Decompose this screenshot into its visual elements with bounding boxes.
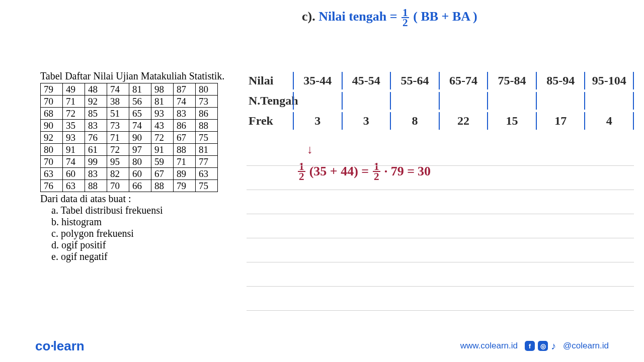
row-label-ntengah: N.Tengah [247, 94, 293, 108]
data-cell: 88 [196, 120, 218, 132]
prompt-item: d. ogif positif [51, 239, 242, 251]
interval-cell: 85-94 [536, 72, 585, 89]
formula-header: c). Nilai tengah = 1 2 ( BB + BA ) [302, 8, 629, 27]
data-cell: 83 [85, 120, 107, 132]
data-cell: 72 [63, 108, 85, 120]
ntengah-cell [390, 92, 439, 110]
data-cell: 88 [151, 180, 174, 192]
interval-cell: 65-74 [439, 72, 488, 89]
data-cell: 70 [41, 96, 63, 108]
data-cell: 97 [129, 144, 151, 156]
data-cell: 43 [151, 120, 174, 132]
data-cell: 49 [63, 83, 85, 96]
data-cell: 35 [63, 120, 85, 132]
data-cell: 92 [85, 96, 107, 108]
colearn-logo: co·learn [35, 338, 85, 354]
data-cell: 61 [85, 144, 107, 156]
data-cell: 82 [107, 168, 129, 180]
data-cell: 67 [174, 132, 196, 144]
social-icons: f ◎ ♪ [525, 340, 556, 352]
data-cell: 90 [129, 132, 151, 144]
freq-cell: 22 [439, 112, 488, 130]
data-cell: 74 [107, 83, 129, 96]
data-cell: 71 [63, 96, 85, 108]
footer-url: www.colearn.id [460, 341, 518, 351]
data-cell: 88 [174, 144, 196, 156]
data-cell: 73 [196, 96, 218, 108]
raw-data-table: 7949487481988780707192385681747368728551… [40, 83, 218, 192]
data-cell: 74 [63, 156, 85, 168]
data-cell: 76 [41, 180, 63, 192]
data-cell: 91 [63, 144, 85, 156]
footer-bar: co·learn www.colearn.id f ◎ ♪ @colearn.i… [0, 337, 644, 355]
freq-cell: 3 [342, 112, 390, 130]
fraction-half: 1 2 [401, 8, 409, 27]
data-cell: 88 [85, 180, 107, 192]
interval-cell: 35-44 [293, 72, 342, 89]
formula-text: Nilai tengah = 1 2 ( BB + BA ) [318, 9, 477, 24]
part-label: c). [302, 9, 315, 24]
ntengah-cell [293, 92, 342, 110]
data-cell: 81 [151, 96, 174, 108]
freq-cell: 8 [390, 112, 439, 130]
data-cell: 80 [196, 83, 218, 96]
data-cell: 72 [151, 132, 174, 144]
data-cell: 38 [107, 96, 129, 108]
data-cell: 83 [85, 168, 107, 180]
freq-cell: 15 [487, 112, 536, 130]
data-cell: 65 [129, 108, 151, 120]
prompt-item: b. histogram [51, 216, 242, 228]
data-cell: 68 [41, 108, 63, 120]
prompt-list: a. Tabel distribusi frekuensib. histogra… [40, 205, 242, 262]
data-cell: 74 [174, 96, 196, 108]
prompt-item: c. polygon frekuensi [51, 228, 242, 239]
data-cell: 63 [196, 168, 218, 180]
data-cell: 75 [196, 180, 218, 192]
ntengah-cell [342, 92, 390, 110]
data-cell: 67 [151, 168, 174, 180]
instagram-icon: ◎ [538, 341, 548, 351]
data-cell: 60 [129, 168, 151, 180]
freq-cells: 3382215174 [293, 112, 634, 130]
data-cell: 63 [63, 180, 85, 192]
ntengah-cells [293, 92, 634, 110]
row-label-frek: Frek [247, 114, 293, 128]
interval-cells: 35-4445-5455-6465-7475-8485-9495-104 [293, 72, 634, 89]
freq-cell: 17 [536, 112, 585, 130]
lined-paper-bg [247, 142, 634, 311]
data-cell: 83 [174, 108, 196, 120]
data-cell: 81 [196, 144, 218, 156]
frequency-table: Nilai 35-4445-5455-6465-7475-8485-9495-1… [247, 70, 634, 131]
data-cell: 79 [174, 180, 196, 192]
footer-handle: @colearn.id [563, 341, 609, 351]
freq-cell: 4 [584, 112, 634, 130]
data-cell: 93 [63, 132, 85, 144]
data-cell: 71 [174, 156, 196, 168]
ntengah-cell [584, 92, 634, 110]
data-cell: 79 [41, 83, 63, 96]
data-cell: 51 [107, 108, 129, 120]
interval-cell: 95-104 [584, 72, 634, 89]
row-label-nilai: Nilai [247, 74, 293, 87]
data-cell: 72 [107, 144, 129, 156]
data-cell: 89 [174, 168, 196, 180]
table-title: Tabel Daftar Nilai Ujian Matakuliah Stat… [40, 70, 242, 82]
data-cell: 80 [41, 144, 63, 156]
data-cell: 60 [63, 168, 85, 180]
data-cell: 66 [129, 180, 151, 192]
data-cell: 73 [107, 120, 129, 132]
prompt-intro: Dari data di atas buat : [40, 193, 242, 205]
data-cell: 85 [85, 108, 107, 120]
facebook-icon: f [525, 341, 535, 351]
data-cell: 56 [129, 96, 151, 108]
data-cell: 80 [129, 156, 151, 168]
data-cell: 95 [107, 156, 129, 168]
ntengah-cell [487, 92, 536, 110]
interval-cell: 75-84 [487, 72, 536, 89]
data-cell: 81 [129, 83, 151, 96]
work-panel: c). Nilai tengah = 1 2 ( BB + BA ) Nilai… [242, 0, 644, 362]
problem-panel: Tabel Daftar Nilai Ujian Matakuliah Stat… [0, 0, 242, 362]
data-cell: 48 [85, 83, 107, 96]
ntengah-cell [536, 92, 585, 110]
data-cell: 71 [107, 132, 129, 144]
